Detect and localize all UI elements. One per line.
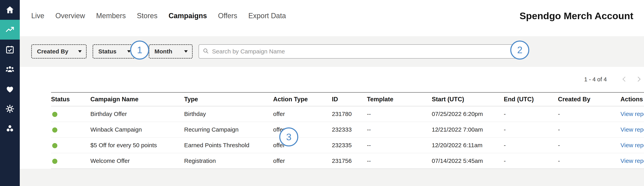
chevron-left-icon: [620, 75, 628, 84]
template-cell: --: [367, 138, 432, 153]
status-dot: [52, 128, 57, 132]
campaign-search-input[interactable]: [212, 48, 513, 55]
sidebar-item-favorites[interactable]: [0, 79, 20, 99]
caret-down-icon: [184, 50, 188, 53]
type-cell: Birthday: [184, 106, 273, 122]
created-by-filter-button[interactable]: Created By: [31, 44, 87, 58]
end-utc-cell: -: [504, 153, 558, 169]
primary-nav: Live Overview Members Stores Campaigns O…: [31, 12, 286, 20]
end-utc-cell: -: [504, 122, 558, 138]
nav-export-data[interactable]: Export Data: [248, 12, 286, 20]
id-cell: 231780: [332, 106, 367, 122]
month-filter-label: Month: [154, 48, 172, 55]
created-by-cell: -: [558, 106, 620, 122]
pagination-next-button[interactable]: [634, 75, 644, 84]
status-filter-button[interactable]: Status: [92, 44, 136, 58]
account-title: Spendgo Merch Account: [520, 10, 633, 21]
top-nav: Live Overview Members Stores Campaigns O…: [20, 0, 644, 32]
column-header-template: Template: [367, 92, 432, 106]
sidebar-item-settings[interactable]: [0, 99, 20, 119]
status-filter-label: Status: [98, 48, 116, 55]
status-cell: [51, 138, 90, 153]
campaign-name-cell: $5 Off for every 50 points: [90, 138, 184, 153]
status-dot: [52, 112, 57, 117]
sidebar-item-home[interactable]: [0, 0, 20, 20]
campaigns-table-body: Birthday Offer Birthday offer 231780 -- …: [51, 106, 644, 169]
id-cell: 232333: [332, 122, 367, 138]
status-cell: [51, 106, 90, 122]
nav-members[interactable]: Members: [96, 12, 126, 20]
annotation-callout-1-number: 1: [137, 44, 142, 56]
actions-cell: View report: [620, 153, 644, 169]
caret-down-icon: [78, 50, 82, 53]
nav-stores[interactable]: Stores: [137, 12, 158, 20]
column-header-id: ID: [332, 92, 367, 106]
annotation-callout-3-number: 3: [286, 132, 292, 142]
column-header-start-utc: Start (UTC): [432, 92, 504, 106]
column-header-action-type: Action Type: [273, 92, 332, 106]
column-header-actions: Actions: [620, 92, 644, 106]
created-by-cell: -: [558, 122, 620, 138]
campaign-name-cell: Welcome Offer: [90, 153, 184, 169]
start-utc-cell: 07/14/2022 5:45am: [432, 153, 504, 169]
sidebar-item-members[interactable]: [0, 59, 20, 79]
calendar-icon: [5, 45, 15, 54]
table-row: $5 Off for every 50 points Earned Points…: [51, 138, 644, 153]
nav-overview[interactable]: Overview: [56, 12, 85, 20]
type-cell: Registration: [184, 153, 273, 169]
home-icon: [5, 5, 15, 15]
annotation-callout-1: 1: [130, 40, 149, 60]
type-cell: Recurring Campaign: [184, 122, 273, 138]
actions-cell: View report: [620, 138, 644, 153]
sidebar: [0, 0, 20, 186]
start-utc-cell: 07/25/2022 6:20pm: [432, 106, 504, 122]
view-report-link[interactable]: View report: [620, 126, 644, 133]
month-filter-button[interactable]: Month: [149, 44, 193, 58]
view-report-link[interactable]: View report: [620, 158, 644, 164]
actions-cell: View report: [620, 122, 644, 138]
created-by-cell: -: [558, 138, 620, 153]
status-cell: [51, 122, 90, 138]
created-by-cell: -: [558, 153, 620, 169]
footer-strip: [20, 169, 644, 186]
app-root: Live Overview Members Stores Campaigns O…: [0, 0, 644, 186]
template-cell: --: [367, 106, 432, 122]
sidebar-item-calendar[interactable]: [0, 40, 20, 59]
action-type-cell: offer: [273, 153, 332, 169]
created-by-filter-label: Created By: [37, 48, 68, 55]
annotation-callout-2: 2: [510, 40, 529, 60]
column-header-status: Status: [51, 92, 90, 106]
nav-campaigns[interactable]: Campaigns: [168, 12, 207, 20]
nav-live[interactable]: Live: [31, 12, 44, 20]
column-header-created-by: Created By: [558, 92, 620, 106]
segments-icon: [5, 124, 15, 133]
actions-cell: View report: [620, 106, 644, 122]
campaigns-table: Status Campaign Name Type Action Type ID…: [51, 92, 644, 169]
template-cell: --: [367, 122, 432, 138]
end-utc-cell: -: [504, 106, 558, 122]
settings-icon: [5, 104, 15, 114]
annotation-callout-2-number: 2: [517, 44, 522, 56]
id-cell: 232335: [332, 138, 367, 153]
action-type-cell: offer: [273, 106, 332, 122]
table-row: Welcome Offer Registration offer 231756 …: [51, 153, 644, 169]
view-report-link[interactable]: View report: [620, 142, 644, 148]
view-report-link[interactable]: View report: [620, 110, 644, 117]
template-cell: --: [367, 153, 432, 169]
search-icon: [202, 48, 212, 55]
chevron-right-icon: [635, 75, 643, 84]
type-cell: Earned Points Threshold: [184, 138, 273, 153]
id-cell: 231756: [332, 153, 367, 169]
start-utc-cell: 12/20/2022 6:11am: [432, 138, 504, 153]
campaign-name-cell: Birthday Offer: [90, 106, 184, 122]
sidebar-item-analytics[interactable]: [0, 20, 20, 40]
analytics-icon: [5, 25, 15, 34]
status-dot: [52, 143, 57, 148]
nav-offers[interactable]: Offers: [218, 12, 237, 20]
heart-icon: [5, 84, 15, 94]
sidebar-item-segments[interactable]: [0, 119, 20, 138]
pagination-prev-button[interactable]: [620, 75, 629, 84]
main-content: Live Overview Members Stores Campaigns O…: [20, 0, 644, 186]
pagination-range: 1 - 4 of 4: [584, 76, 607, 83]
filter-bar: Created By Status Month 1 2: [20, 36, 644, 67]
